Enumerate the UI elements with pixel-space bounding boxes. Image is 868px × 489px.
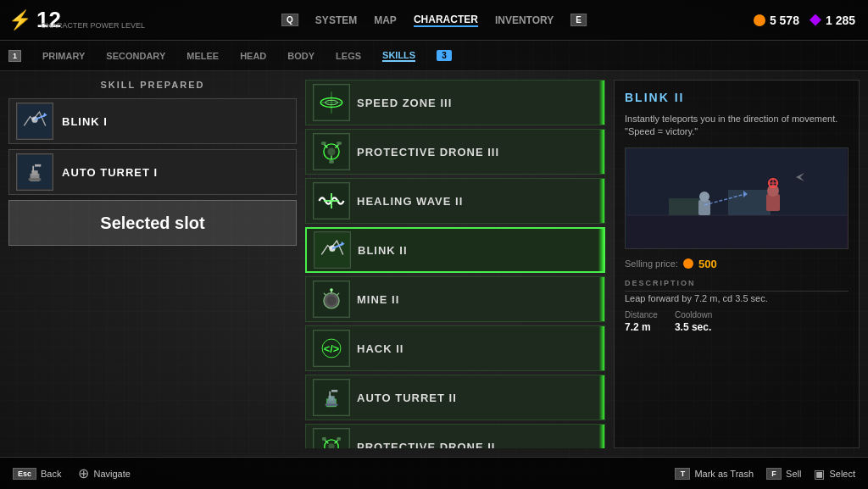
distance-value: 7.2 m	[625, 321, 658, 333]
game-scene-svg	[626, 147, 847, 249]
skill-green-bar-7	[600, 375, 604, 420]
subnav-melee[interactable]: MELEE	[186, 51, 219, 61]
svg-point-17	[327, 147, 335, 155]
purple-icon	[810, 14, 821, 26]
protective-drone-3-icon	[313, 133, 350, 170]
skill-item-healing-wave[interactable]: HEALING WAVE II	[305, 178, 605, 224]
svg-point-68	[699, 192, 709, 202]
distance-label: Distance	[625, 310, 658, 320]
selected-slot[interactable]: Selected slot	[8, 200, 297, 246]
navigate-label: Navigate	[93, 469, 130, 479]
cooldown-value: 3.5 sec.	[675, 321, 712, 333]
nav-item-character[interactable]: CHARACTER	[414, 14, 478, 27]
svg-rect-67	[698, 200, 710, 215]
skill-item-protective-drone-2-name: PROTECTIVE DRONE II	[357, 441, 598, 449]
power-label: CHARACTER POWER LEVEL	[41, 22, 145, 31]
bottom-right-actions: T Mark as Trash F Sell ▣ Select	[675, 467, 855, 481]
skill-item-auto-turret[interactable]: AUTO TURRET II	[305, 375, 605, 420]
svg-rect-9	[29, 178, 42, 181]
gold-currency: 5 578	[754, 14, 799, 27]
skill-slot-blink-name: BLINK I	[62, 115, 108, 128]
subnav-skills[interactable]: SKILLS	[382, 50, 415, 62]
back-label: Back	[41, 469, 61, 479]
blink-2-icon	[314, 231, 351, 269]
nav-item-inventory[interactable]: INVENTORY	[495, 14, 554, 26]
power-icon: ⚡	[8, 9, 31, 31]
preview-content	[626, 148, 848, 248]
svg-rect-22	[337, 142, 341, 145]
svg-rect-53	[322, 437, 326, 441]
turret-icon	[18, 155, 52, 189]
navigate-action: ⊕ Navigate	[78, 465, 130, 481]
subnav-head[interactable]: HEAD	[240, 51, 266, 61]
skill-slot-turret[interactable]: AUTO TURRET I	[8, 149, 297, 195]
skill-prepared-label: SKILL PREPARED	[8, 80, 297, 90]
protective-drone-2-icon	[313, 428, 350, 448]
svg-rect-54	[337, 437, 341, 441]
skill-item-mine-name: MINE II	[357, 293, 598, 306]
turret-slot-icon	[16, 153, 53, 191]
sell-label: Sell	[786, 469, 801, 479]
trash-action[interactable]: T Mark as Trash	[675, 468, 754, 480]
sub-navigation: 1 PRIMARY SECONDARY MELEE HEAD BODY LEGS…	[0, 41, 868, 71]
subnav-secondary[interactable]: SECONDARY	[106, 51, 165, 61]
cooldown-label: Cooldown	[675, 310, 712, 320]
svg-rect-44	[329, 392, 331, 397]
skill-item-blink-2[interactable]: BLINK II	[305, 227, 605, 273]
skill-green-bar-8	[600, 425, 604, 448]
bottom-left-actions: Esc Back ⊕ Navigate	[13, 465, 131, 481]
skill-item-auto-turret-name: AUTO TURRET II	[357, 392, 598, 404]
left-panel: SKILL PREPARED BLINK I	[8, 80, 297, 448]
sell-action[interactable]: F Sell	[766, 468, 801, 480]
select-label: Select	[829, 469, 855, 479]
back-action[interactable]: Esc Back	[13, 468, 61, 480]
svg-rect-8	[35, 164, 41, 167]
desc-section-label: DESCRIPTION	[625, 279, 849, 292]
skill-item-blink-2-name: BLINK II	[358, 244, 597, 257]
select-action[interactable]: ▣ Select	[814, 467, 855, 481]
svg-point-1	[31, 117, 37, 123]
purple-amount: 1 285	[826, 14, 855, 27]
nav-item-system[interactable]: SYSTEM	[315, 14, 357, 26]
subnav-legs[interactable]: LEGS	[336, 51, 361, 61]
skill-item-speed-zone[interactable]: SPEED ZONE III	[305, 80, 605, 125]
skill-item-speed-zone-name: SPEED ZONE III	[357, 97, 598, 109]
svg-point-33	[327, 296, 337, 305]
gold-amount: 5 578	[770, 14, 799, 27]
skill-item-mine[interactable]: MINE II	[305, 276, 605, 322]
mine-icon	[313, 281, 350, 318]
skills-badge: 3	[437, 50, 452, 61]
skill-item-protective-drone-2[interactable]: PROTECTIVE DRONE II	[305, 424, 605, 448]
subnav-primary[interactable]: PRIMARY	[42, 51, 85, 61]
svg-rect-23	[329, 160, 333, 164]
subnav-body[interactable]: BODY	[287, 51, 314, 61]
skill-green-bar-4	[599, 229, 604, 271]
skill-green-bar-5	[600, 277, 604, 321]
healing-wave-icon	[313, 182, 350, 219]
skill-item-protective-drone-3[interactable]: PROTECTIVE DRONE III	[305, 129, 605, 175]
auto-turret-2-icon	[313, 379, 350, 416]
desc-stats: Distance 7.2 m Cooldown 3.5 sec.	[625, 310, 849, 333]
desc-stat-cooldown: Cooldown 3.5 sec.	[675, 310, 712, 333]
subnav-key-1: 1	[8, 50, 21, 62]
bottom-bar: Esc Back ⊕ Navigate T Mark as Trash F Se…	[0, 457, 868, 489]
svg-text:</>: </>	[324, 342, 339, 355]
skill-item-hack[interactable]: </> HACK II	[305, 325, 605, 371]
blink-icon	[18, 104, 52, 138]
nav-item-map[interactable]: MAP	[374, 14, 397, 26]
selected-slot-label: Selected slot	[100, 214, 204, 233]
svg-point-35	[330, 288, 333, 292]
skill-slot-blink[interactable]: BLINK I	[8, 98, 297, 144]
detail-panel: BLINK II Instantly teleports you in the …	[614, 80, 860, 448]
svg-rect-57	[626, 215, 847, 249]
currency-display: 5 578 1 285	[754, 14, 855, 27]
nav-key-q: Q	[281, 14, 298, 26]
svg-rect-21	[321, 142, 326, 145]
selling-price-label: Selling price:	[625, 258, 678, 269]
detail-preview	[625, 147, 849, 249]
skill-item-protective-drone-3-name: PROTECTIVE DRONE III	[357, 146, 598, 158]
nav-center: Q SYSTEM MAP CHARACTER INVENTORY E	[281, 14, 587, 27]
back-key: Esc	[13, 468, 36, 480]
top-navigation: ⚡ 12 CHARACTER POWER LEVEL Q SYSTEM MAP …	[0, 0, 868, 41]
skill-green-bar-6	[600, 326, 604, 370]
